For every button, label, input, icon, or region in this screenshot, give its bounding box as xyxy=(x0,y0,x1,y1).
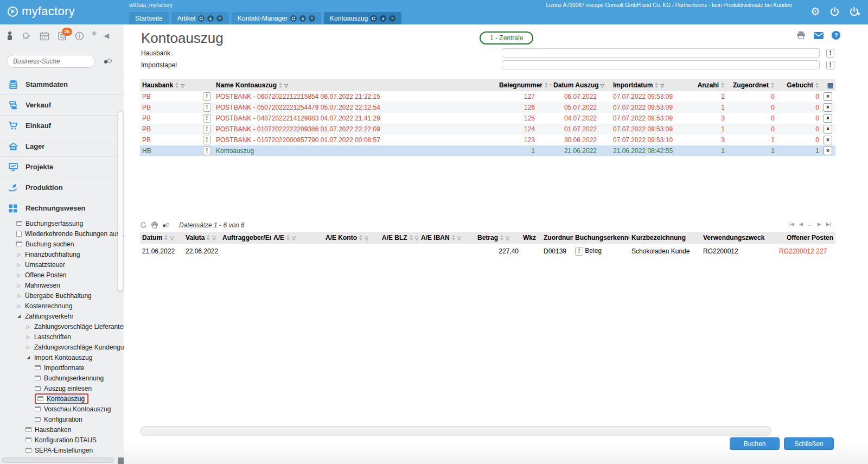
tab-refresh-icon[interactable] xyxy=(290,15,297,22)
column-header-a-e-konto[interactable]: A/E Konto▽ xyxy=(323,232,380,244)
sort-icon[interactable] xyxy=(164,235,168,240)
column-header-gebucht[interactable]: Gebucht xyxy=(777,79,821,91)
tree-item-umsatzsteuer[interactable]: ▷Umsatzsteuer xyxy=(0,259,124,270)
row-info-button[interactable]: ! xyxy=(203,114,211,123)
statement-row[interactable]: PB!POSTBANK - 01072022222209386 01.07.20… xyxy=(140,124,835,135)
tree-item-finanzbuchhaltung[interactable]: ▷Finanzbuchhaltung xyxy=(0,249,124,259)
tree-item-zahlungsverkehr[interactable]: ◢Zahlungsverkehr xyxy=(0,311,124,321)
column-header-datum[interactable]: Datum▽ xyxy=(140,232,183,244)
pagination-first-icon[interactable]: |◀ xyxy=(789,221,794,227)
horizontal-scrollbar[interactable] xyxy=(140,426,771,436)
pagination-more-icon[interactable]: … xyxy=(808,221,813,227)
delete-row-button[interactable]: × xyxy=(824,114,832,123)
delete-row-button[interactable]: × xyxy=(824,125,832,134)
refresh-icon[interactable] xyxy=(140,221,147,228)
hausbank-lookup-button[interactable]: ! xyxy=(826,49,834,58)
expand-arrow-icon[interactable]: ▷ xyxy=(16,262,22,268)
sort-icon[interactable] xyxy=(359,235,363,240)
row-info-button[interactable]: ! xyxy=(203,136,211,144)
switch-user-power-icon[interactable] xyxy=(849,7,860,17)
column-header-offener-posten[interactable]: Offener Posten xyxy=(777,232,835,244)
filter-icon[interactable]: ▽ xyxy=(212,236,216,241)
sidebar-item-verkauf[interactable]: Verkauf xyxy=(0,94,124,115)
filter-icon[interactable]: ▽ xyxy=(506,236,509,241)
settings-gear-icon[interactable]: ⚙ xyxy=(810,6,820,17)
statement-row[interactable]: PB!POSTBANK - 06072022212215854 06.07.20… xyxy=(140,91,835,102)
expand-arrow-icon[interactable]: ▷ xyxy=(25,345,31,350)
tab-artikel[interactable]: Artikel▲× xyxy=(171,12,229,24)
schliessen-button[interactable]: Schließen xyxy=(784,437,834,450)
hausbank-input[interactable] xyxy=(502,48,820,58)
expand-arrow-icon[interactable]: ▷ xyxy=(25,334,31,340)
print-icon[interactable] xyxy=(796,31,806,40)
tab-pin-icon[interactable]: ▲ xyxy=(380,15,386,22)
column-header-a-e-iban[interactable]: A/E IBAN▽ xyxy=(419,232,475,244)
collapse-arrow-icon[interactable]: ◢ xyxy=(25,355,31,360)
column-header-verwendungszweck[interactable]: Verwendungszweck xyxy=(701,232,777,244)
expand-arrow-icon[interactable]: ▷ xyxy=(16,303,22,309)
column-header-a-e-blz[interactable]: A/E BLZ▽ xyxy=(380,232,419,244)
pagination-next-icon[interactable]: ▶ xyxy=(818,221,821,227)
sidebar-vertical-scrollbar[interactable] xyxy=(118,111,123,291)
filter-icon[interactable]: ▽ xyxy=(457,236,461,241)
statement-row[interactable]: PB!POSTBANK - 04072022214129883 04.07.20… xyxy=(140,113,835,124)
sort-icon[interactable] xyxy=(500,235,504,240)
expand-arrow-icon[interactable]: ▷ xyxy=(16,283,22,288)
tree-item-vorschau-kontoauszug[interactable]: Vorschau Kontoauszug xyxy=(0,404,124,414)
statement-row[interactable]: HB!Kontoauszug121.06.202221.06.2022 08:4… xyxy=(140,145,835,156)
sidebar-item-stammdaten[interactable]: Stammdaten xyxy=(0,74,124,94)
row-info-button[interactable]: ! xyxy=(203,125,211,134)
tree-item-mahnwesen[interactable]: ▷Mahnwesen xyxy=(0,280,124,290)
importstapel-lookup-button[interactable]: ! xyxy=(826,61,834,69)
collapse-sidebar-icon[interactable]: ◀ xyxy=(104,31,109,41)
site-selector-button[interactable]: 1 - Zentrale xyxy=(480,31,533,45)
column-chooser[interactable]: ▦ xyxy=(821,79,835,91)
column-header-betrag[interactable]: Betrag▽ xyxy=(475,232,521,244)
delete-row-button[interactable]: × xyxy=(824,136,832,144)
sidebar-item-einkauf[interactable]: Einkauf xyxy=(0,115,124,136)
mail-icon[interactable] xyxy=(814,32,824,39)
filter-icon[interactable]: ▽ xyxy=(181,83,184,88)
tree-item-kostenrechnung[interactable]: ▷Kostenrechnung xyxy=(0,301,124,311)
sort-icon[interactable] xyxy=(175,82,179,88)
delete-row-button[interactable]: × xyxy=(824,147,832,155)
buchen-button[interactable]: Buchen xyxy=(730,437,780,450)
tab-kontakt-manager[interactable]: Kontakt-Manager▲× xyxy=(232,12,321,24)
tab-pin-icon[interactable]: ▲ xyxy=(207,15,214,22)
expand-arrow-icon[interactable]: ▷ xyxy=(25,324,31,329)
tab-close-icon[interactable]: × xyxy=(309,15,315,22)
tree-item-zahlungsvorschl-ge-kundengutschriften[interactable]: ▷Zahlungsvorschläge Kundengutschriften xyxy=(0,342,124,352)
row-info-button[interactable]: ! xyxy=(203,92,211,101)
filter-icon[interactable]: ▽ xyxy=(284,83,288,88)
sidebar-item-produktion[interactable]: Produktion xyxy=(0,177,124,198)
filter-icon[interactable]: ▽ xyxy=(660,83,664,88)
delete-row-button[interactable]: × xyxy=(824,92,832,101)
tree-item-auszug-einlesen[interactable]: Auszug einlesen xyxy=(0,383,124,393)
info-icon[interactable] xyxy=(74,31,85,41)
tree-item-konfiguration[interactable]: Konfiguration xyxy=(0,414,124,424)
tab-pin-icon[interactable]: ▲ xyxy=(299,15,306,22)
row-info-button[interactable]: ! xyxy=(203,103,211,112)
transaction-row[interactable]: 21.06.202222.06.2022227,40D00139! BelegS… xyxy=(140,244,835,258)
sort-icon[interactable] xyxy=(721,82,725,88)
sort-icon[interactable] xyxy=(655,82,659,88)
filter-icon[interactable]: ▽ xyxy=(365,236,368,241)
calendar-icon[interactable] xyxy=(39,31,50,41)
help-icon[interactable]: ? xyxy=(832,31,840,40)
tree-item-sepa-einstellungen[interactable]: SEPA-Einstellungen xyxy=(0,445,124,455)
expand-arrow-icon[interactable]: ▷ xyxy=(16,252,22,257)
column-header-datum-auszug[interactable]: Datum Auszug▽ xyxy=(551,79,611,91)
column-header-name-kontoauszug[interactable]: Name Kontoauszug▽ xyxy=(214,79,497,91)
favorites-asterisk-icon[interactable]: * xyxy=(92,32,97,40)
grid-print-icon[interactable] xyxy=(151,221,158,228)
sort-icon[interactable] xyxy=(815,82,819,88)
tree-item-import-kontoauszug[interactable]: ◢Import Kontoauszug xyxy=(0,352,124,363)
filter-icon[interactable]: ▽ xyxy=(170,236,174,241)
importstapel-input[interactable] xyxy=(502,60,820,69)
tab-refresh-icon[interactable] xyxy=(198,15,205,22)
notification-icon[interactable] xyxy=(21,31,32,41)
tree-item-importformate[interactable]: Importformate xyxy=(0,363,124,373)
tree-item-buchungserkennung[interactable]: Buchungserkennung xyxy=(0,373,124,383)
sidebar-horizontal-scrollbar[interactable] xyxy=(2,457,114,463)
sort-icon[interactable] xyxy=(286,235,290,240)
